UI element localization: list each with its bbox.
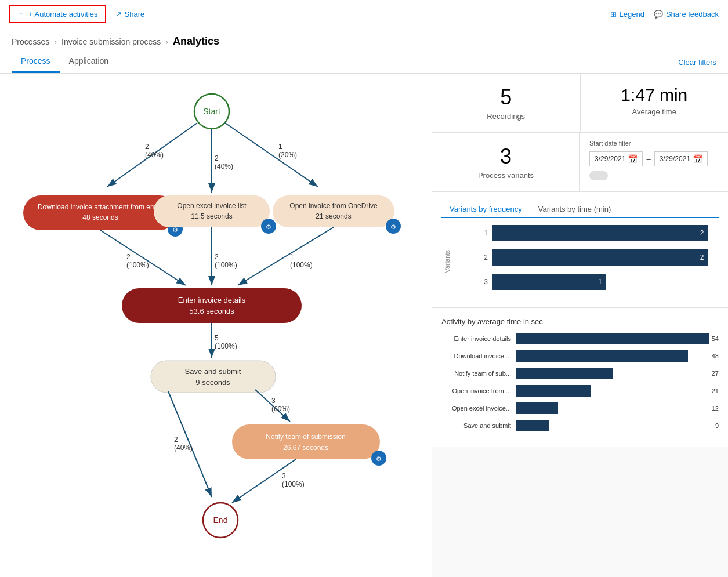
tab-application[interactable]: Application: [60, 50, 118, 73]
open-excel-label2: 11.5 seconds: [191, 212, 232, 220]
download-invoice-label1: Download invoice attachment from email: [38, 203, 163, 211]
breadcrumb-processes[interactable]: Processes: [12, 37, 49, 46]
enter-invoice-node[interactable]: [122, 288, 302, 323]
automate-activities-button[interactable]: ＋ + Automate activities: [9, 5, 106, 23]
edge-label-start-excel: 2: [215, 154, 219, 162]
open-onedrive-label2: 21 seconds: [316, 212, 351, 220]
activity-bar-1: [516, 333, 709, 344]
breadcrumb-sep1: ›: [54, 37, 57, 46]
activity-value-2: 48: [712, 353, 719, 360]
date-range-separator: –: [646, 155, 650, 164]
clear-filters-button[interactable]: Clear filters: [678, 57, 716, 66]
avg-time-value: 1:47 min: [592, 85, 717, 105]
activity-value-1: 54: [712, 335, 719, 342]
process-variants-card: 3 Process variants: [432, 133, 580, 191]
share-button[interactable]: ↗ Share: [115, 10, 145, 19]
bar-2: 2: [492, 249, 708, 266]
header: ＋ + Automate activities ↗ Share ⊞ Legend…: [0, 0, 728, 28]
notify-node[interactable]: [232, 424, 380, 459]
activity-label-4: Open invoice from ...: [441, 387, 511, 394]
tab-process[interactable]: Process: [12, 50, 60, 73]
activity-label-6: Save and submit: [441, 422, 511, 429]
activity-bar-wrap-6: [516, 420, 713, 431]
breadcrumb-invoice[interactable]: Invoice submission process: [61, 37, 161, 46]
avg-time-label: Average time: [592, 107, 717, 116]
bar-container-2: 2: [492, 249, 719, 266]
bar-row-3: 3 1: [453, 274, 719, 290]
edge-onedrive-enter: [238, 227, 334, 285]
header-actions: ⊞ Legend 💬 Share feedback: [610, 10, 719, 19]
edge-label-start-excel-pct: (40%): [215, 162, 233, 170]
activity-bar-3: [516, 368, 613, 379]
tab-time[interactable]: Variants by time (min): [530, 201, 619, 218]
calendar-to-icon: 📅: [693, 154, 702, 164]
activity-row-5: Open excel invoice... 12: [441, 402, 719, 414]
variants-chart-section: Variants by frequency Variants by time (…: [432, 192, 728, 308]
enter-invoice-label1: Enter invoice details: [178, 296, 246, 304]
activity-bar-wrap-2: [516, 350, 709, 362]
bar-3: 1: [492, 274, 606, 290]
recordings-count: 5: [444, 85, 568, 110]
bar-container-3: 1: [492, 274, 719, 290]
activity-bar-5: [516, 402, 558, 414]
feedback-icon: 💬: [654, 10, 663, 19]
tab-frequency[interactable]: Variants by frequency: [441, 201, 530, 218]
save-submit-node[interactable]: [151, 361, 276, 393]
enter-invoice-label2: 53.6 seconds: [189, 307, 234, 315]
activity-bar-wrap-3: [516, 368, 709, 379]
date-from-value: 3/29/2021: [595, 155, 625, 163]
bar-label-1: 1: [453, 229, 488, 237]
edge-download-enter: [100, 230, 186, 285]
activity-row-1: Enter invoice details 54: [441, 333, 719, 344]
notify-label1: Notify team of submission: [266, 433, 345, 441]
edge-label-download-enter-pct: (100%): [126, 261, 149, 269]
end-label: End: [213, 516, 228, 525]
start-label: Start: [203, 107, 220, 116]
edge-label-excel-enter: 2: [215, 253, 219, 261]
date-to-value: 3/29/2021: [660, 155, 690, 163]
activity-row-4: Open invoice from ... 21: [441, 385, 719, 397]
bar-value-2: 2: [700, 253, 704, 262]
date-filter-label: Start date filter: [589, 140, 719, 147]
frequency-chart: Variants 1 2 2 2: [441, 225, 719, 298]
breadcrumb-sep2: ›: [165, 37, 168, 46]
edge-label-start-download-pct: (40%): [145, 151, 164, 159]
activity-bar-wrap-4: [516, 385, 709, 397]
date-to-input[interactable]: 3/29/2021 📅: [654, 151, 708, 166]
bar-label-2: 2: [453, 253, 488, 262]
legend-button[interactable]: ⊞ Legend: [610, 10, 644, 19]
activity-label-1: Enter invoice details: [441, 335, 511, 342]
activity-bar-wrap-1: [516, 333, 709, 344]
open-excel-node[interactable]: [154, 195, 270, 227]
avg-time-card: 1:47 min Average time: [581, 74, 729, 132]
chart-tabs: Variants by frequency Variants by time (…: [441, 201, 719, 218]
bar-1: 2: [492, 225, 708, 241]
calendar-from-icon: 📅: [628, 154, 638, 164]
excel-icon: ⚙: [266, 223, 271, 230]
edge-label-notify-end: 3: [282, 472, 286, 480]
onedrive-icon: ⚙: [390, 223, 396, 230]
breadcrumb-current: Analytics: [173, 35, 219, 48]
activity-row-2: Download invoice ... 48: [441, 350, 719, 362]
activity-row-3: Notify team of sub... 27: [441, 368, 719, 379]
plus-icon: ＋: [17, 9, 25, 19]
notify-icon: ⚙: [376, 455, 382, 462]
legend-icon: ⊞: [610, 10, 617, 19]
date-from-input[interactable]: 3/29/2021 📅: [589, 151, 643, 166]
bar-value-1: 2: [700, 229, 704, 237]
open-onedrive-node[interactable]: [273, 195, 394, 227]
edge-label-save-notify-pct: (60%): [271, 405, 290, 413]
share-feedback-button[interactable]: 💬 Share feedback: [654, 10, 719, 19]
activity-chart-section: Activity by average time in sec Enter in…: [432, 308, 728, 447]
save-submit-label1: Save and submit: [185, 367, 241, 376]
edge-label-onedrive-enter-pct: (100%): [290, 261, 313, 269]
edge-label-save-end: 2: [174, 436, 178, 444]
notify-label2: 26.67 seconds: [283, 444, 328, 452]
bar-label-3: 3: [453, 278, 488, 286]
bars-area: 1 2 2 2: [453, 225, 719, 298]
activity-bar-2: [516, 350, 688, 362]
activity-label-5: Open excel invoice...: [441, 405, 511, 412]
main-tabs: Process Application Clear filters: [0, 50, 728, 74]
date-filter-toggle[interactable]: [589, 171, 608, 180]
edge-label-start-download: 2: [145, 143, 149, 151]
